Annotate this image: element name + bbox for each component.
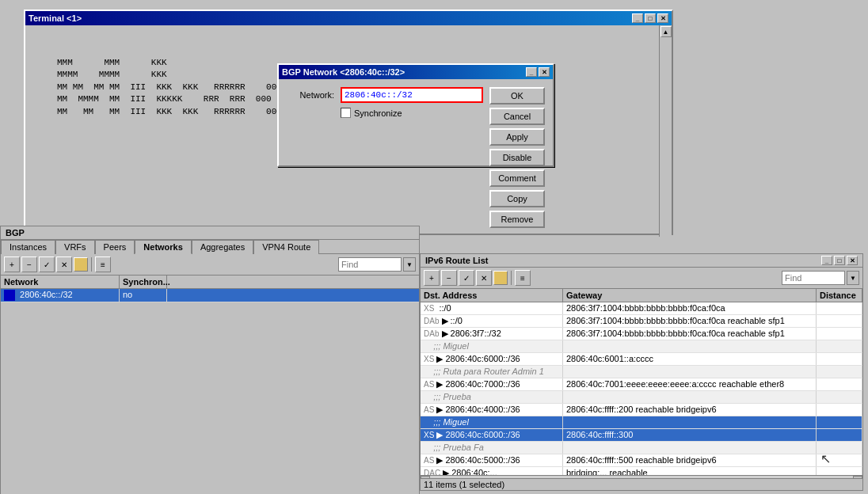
tab-instances[interactable]: Instances [1, 240, 55, 254]
apply-button[interactable]: Apply [489, 128, 545, 146]
ipv6-check-btn[interactable]: ✓ [459, 270, 474, 286]
bgp-toolbar: + − ✓ ✕ ≡ ▼ [1, 254, 419, 276]
dist-cell [817, 416, 862, 428]
tab-vpn4route[interactable]: VPN4 Route [253, 240, 319, 254]
sync-col-header[interactable]: Synchron... [120, 276, 167, 288]
terminal-close-btn[interactable]: ✕ [657, 13, 668, 23]
route-row[interactable]: AS ▶ 2806:40c:7000::/36 2806:40c:7001:ee… [421, 378, 862, 391]
ipv6-filter-btn[interactable]: ≡ [515, 270, 531, 286]
remove-button[interactable]: Remove [489, 211, 545, 228]
route-row-comment: ;;; Prueba Fa [421, 442, 862, 454]
copy-button[interactable]: Copy [489, 190, 545, 207]
dst-cell: XS ::/0 [421, 302, 563, 314]
network-cell: 2806:40c::/32 [1, 289, 120, 302]
dist-cell [817, 429, 862, 441]
terminal-scroll-up[interactable]: ▲ [661, 26, 672, 37]
tab-aggregates[interactable]: Aggregates [192, 240, 253, 254]
bgp-panel-title: BGP [1, 226, 419, 240]
gw-col-header[interactable]: Gateway [563, 289, 817, 302]
copy-btn[interactable] [74, 257, 88, 272]
gw-cell: 2806:3f7:1004:bbbb:bbbb:bbbb:f0ca:f0ca r… [563, 328, 817, 340]
terminal-maximize-btn[interactable]: □ [645, 13, 656, 23]
route-row[interactable]: DAC ▶ 2806:40c:... bridging:... reachabl… [421, 467, 862, 475]
network-label: Network: [287, 90, 334, 100]
ok-button[interactable]: OK [489, 87, 545, 104]
filter-btn[interactable]: ≡ [95, 256, 111, 272]
route-row[interactable]: XS ▶ 2806:40c:6000::/36 2806:40c:6001::a… [421, 353, 862, 366]
tab-vrfs[interactable]: VRFs [55, 240, 95, 254]
tab-peers[interactable]: Peers [95, 240, 135, 254]
sync-cell: no [120, 289, 167, 302]
gw-cell [563, 391, 817, 403]
ipv6-maximize-btn[interactable]: □ [834, 256, 845, 265]
ipv6-toolbar: + − ✓ ✕ ≡ ▼ [421, 268, 862, 289]
status-bar: 11 items (1 selected) [421, 478, 862, 490]
dist-cell [817, 378, 862, 390]
tab-networks[interactable]: Networks [135, 240, 192, 254]
disable-button[interactable]: Disable [489, 149, 545, 166]
terminal-minimize-btn[interactable]: _ [632, 13, 643, 23]
route-row[interactable]: DAb ▶ 2806:3f7::/32 2806:3f7:1004:bbbb:b… [421, 328, 862, 340]
comment-cell: ;;; Prueba [421, 391, 563, 403]
network-col-header[interactable]: Network [1, 276, 120, 288]
dst-cell: AS ▶ 2806:40c:5000::/36 [421, 454, 563, 466]
ipv6-copy-btn[interactable] [493, 271, 508, 285]
dist-cell [817, 391, 862, 403]
gw-cell [563, 416, 817, 428]
check-btn[interactable]: ✓ [39, 256, 55, 272]
gw-cell: 2806:40c:6001::a:cccc [563, 353, 817, 365]
dialog-titlebar: BGP Network <2806:40c::/32> _ ✕ [279, 65, 553, 79]
dst-cell: AS ▶ 2806:40c:7000::/36 [421, 378, 563, 390]
tab-bar: Instances VRFs Peers Networks Aggregates… [1, 240, 419, 254]
ipv6-find-input[interactable] [782, 271, 845, 285]
dialog-titlebar-buttons: _ ✕ [526, 67, 550, 77]
terminal-titlebar: Terminal <1> _ □ ✕ [25, 11, 672, 25]
route-row[interactable]: AS ▶ 2806:40c:5000::/36 2806:40c:ffff::5… [421, 454, 862, 467]
dst-col-header[interactable]: Dst. Address [421, 289, 563, 302]
dst-cell: DAb ▶ 2806:3f7::/32 [421, 328, 563, 340]
dist-cell [817, 302, 862, 314]
route-row-selected[interactable]: XS ▶ 2806:40c:6000::/36 2806:40c:ffff::3… [421, 429, 862, 442]
dist-cell [817, 366, 862, 378]
add-btn[interactable]: + [4, 256, 20, 272]
dst-cell: XS ▶ 2806:40c:6000::/36 [421, 429, 563, 441]
gw-cell: 2806:40c:7001:eeee:eeee:eeee:a:cccc reac… [563, 378, 817, 390]
dist-cell [817, 315, 862, 327]
cancel-btn[interactable]: ✕ [56, 256, 72, 272]
gw-cell: 2806:40c:ffff::200 reachable bridgeipv6 [563, 404, 817, 416]
dst-cell: AS ▶ 2806:40c:4000::/36 [421, 404, 563, 416]
dst-cell: DAC ▶ 2806:40c:... [421, 467, 563, 475]
ipv6-cancel-btn[interactable]: ✕ [476, 270, 492, 286]
dist-cell [817, 340, 862, 352]
route-row[interactable]: AS ▶ 2806:40c:4000::/36 2806:40c:ffff::2… [421, 404, 862, 416]
synchronize-checkbox[interactable] [341, 108, 351, 118]
ipv6-minimize-btn[interactable]: _ [821, 256, 832, 265]
dialog-minimize-btn[interactable]: _ [526, 67, 537, 77]
ipv6-table-header: Dst. Address Gateway Distance [421, 289, 862, 302]
route-row[interactable]: DAb ▶ ::/0 2806:3f7:1004:bbbb:bbbb:bbbb:… [421, 315, 862, 328]
gw-cell: 2806:40c:ffff::300 [563, 429, 817, 441]
bgp-table-header: Network Synchron... [1, 276, 419, 289]
comment-cell: ;;; Miguel [421, 416, 563, 428]
network-input[interactable] [341, 87, 483, 103]
gw-cell: 2806:3f7:1004:bbbb:bbbb:bbbb:f0ca:f0ca r… [563, 315, 817, 327]
synchronize-label: Synchronize [354, 108, 402, 118]
ipv6-remove-btn[interactable]: − [441, 270, 457, 286]
ipv6-panel-title: IPv6 Route List _ □ ✕ [421, 254, 862, 268]
find-input[interactable] [338, 257, 402, 272]
remove-btn[interactable]: − [21, 256, 37, 272]
ipv6-close-btn[interactable]: ✕ [847, 256, 858, 265]
route-row[interactable]: XS ::/0 2806:3f7:1004:bbbb:bbbb:bbbb:f0c… [421, 302, 862, 315]
dst-cell: XS ▶ 2806:40c:6000::/36 [421, 353, 563, 365]
gw-cell [563, 366, 817, 378]
table-row[interactable]: 2806:40c::/32 no [1, 289, 419, 302]
cancel-button[interactable]: Cancel [489, 108, 545, 125]
comment-button[interactable]: Comment [489, 169, 545, 187]
bgp-table-body: 2806:40c::/32 no [1, 289, 419, 302]
dist-col-header[interactable]: Distance [817, 289, 862, 302]
ipv6-add-btn[interactable]: + [424, 270, 440, 286]
dialog-close-btn[interactable]: ✕ [539, 67, 550, 77]
ipv6-find-dropdown[interactable]: ▼ [847, 271, 859, 285]
route-row-comment: ;;; Prueba [421, 391, 862, 404]
find-dropdown[interactable]: ▼ [403, 257, 416, 272]
